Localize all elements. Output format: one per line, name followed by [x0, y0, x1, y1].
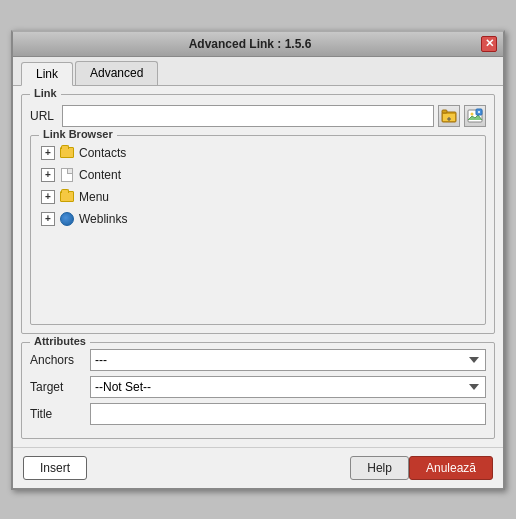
- svg-point-6: [471, 112, 474, 115]
- title-bar: Advanced Link : 1.5.6 ✕: [13, 32, 503, 57]
- attributes-group: Attributes Anchors --- Target --Not Set-…: [21, 342, 495, 439]
- target-row: Target --Not Set--: [30, 376, 486, 398]
- help-button[interactable]: Help: [350, 456, 409, 480]
- image-button[interactable]: [464, 105, 486, 127]
- tab-bar: Link Advanced: [13, 57, 503, 86]
- close-button[interactable]: ✕: [481, 36, 497, 52]
- title-label: Title: [30, 407, 90, 421]
- anchors-select[interactable]: ---: [90, 349, 486, 371]
- link-browser-group: Link Browser + Contacts + Content: [30, 135, 486, 325]
- image-icon: [467, 108, 483, 124]
- expand-contacts[interactable]: +: [41, 146, 55, 160]
- target-label: Target: [30, 380, 90, 394]
- content-area: Link URL: [13, 86, 503, 447]
- expand-weblinks[interactable]: +: [41, 212, 55, 226]
- cancel-button[interactable]: Anulează: [409, 456, 493, 480]
- content-icon: [59, 167, 75, 183]
- contacts-label: Contacts: [79, 146, 126, 160]
- anchors-label: Anchors: [30, 353, 90, 367]
- tree-item-weblinks[interactable]: + Weblinks: [39, 208, 477, 230]
- expand-menu[interactable]: +: [41, 190, 55, 204]
- window-title: Advanced Link : 1.5.6: [19, 37, 481, 51]
- menu-label: Menu: [79, 190, 109, 204]
- link-group-label: Link: [30, 87, 61, 99]
- weblinks-label: Weblinks: [79, 212, 127, 226]
- title-input[interactable]: [90, 403, 486, 425]
- content-label: Content: [79, 168, 121, 182]
- weblinks-icon: [59, 211, 75, 227]
- title-row: Title: [30, 403, 486, 425]
- tab-advanced[interactable]: Advanced: [75, 61, 158, 85]
- link-group: Link URL: [21, 94, 495, 334]
- menu-icon: [59, 189, 75, 205]
- url-row: URL: [30, 105, 486, 127]
- url-input[interactable]: [62, 105, 434, 127]
- svg-rect-1: [442, 110, 447, 113]
- tab-link[interactable]: Link: [21, 62, 73, 86]
- insert-button[interactable]: Insert: [23, 456, 87, 480]
- tree-item-menu[interactable]: + Menu: [39, 186, 477, 208]
- footer: Insert Help Anulează: [13, 447, 503, 488]
- contacts-icon: [59, 145, 75, 161]
- target-select[interactable]: --Not Set--: [90, 376, 486, 398]
- expand-content[interactable]: +: [41, 168, 55, 182]
- main-window: Advanced Link : 1.5.6 ✕ Link Advanced Li…: [11, 30, 505, 490]
- anchors-row: Anchors ---: [30, 349, 486, 371]
- browse-icon: [441, 108, 457, 124]
- url-label: URL: [30, 109, 58, 123]
- browse-button[interactable]: [438, 105, 460, 127]
- link-browser-label: Link Browser: [39, 128, 117, 140]
- tree-item-content[interactable]: + Content: [39, 164, 477, 186]
- tree-item-contacts[interactable]: + Contacts: [39, 142, 477, 164]
- attributes-group-label: Attributes: [30, 335, 90, 347]
